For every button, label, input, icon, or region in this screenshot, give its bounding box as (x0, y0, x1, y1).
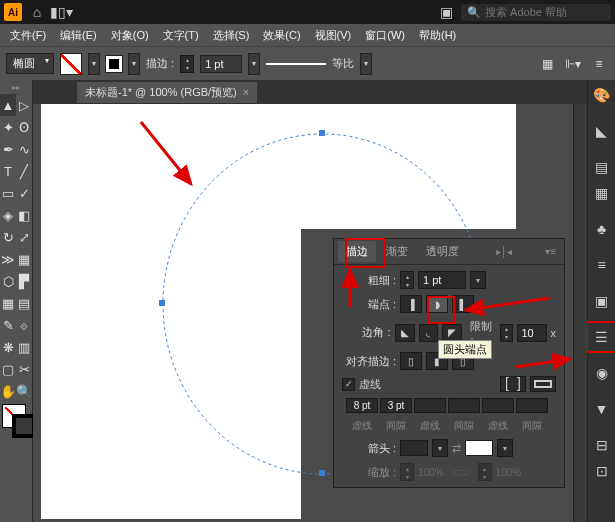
magic-wand-tool[interactable]: ✦ (0, 116, 16, 138)
mesh-tool[interactable]: ▦ (0, 292, 16, 314)
gradient-tool[interactable]: ▤ (16, 292, 32, 314)
arrow-start-swatch[interactable] (400, 440, 428, 456)
free-transform-tool[interactable]: ▦ (16, 248, 32, 270)
gap-1-input[interactable] (380, 398, 412, 413)
panel-collapse-icon[interactable]: ▸│◂ (492, 246, 516, 257)
fill-stroke-toggle[interactable] (0, 402, 32, 448)
panel-menu-icon[interactable]: ▾≡ (541, 246, 560, 257)
width-tool[interactable]: ≫ (0, 248, 16, 270)
shaper-tool[interactable]: ◈ (0, 204, 16, 226)
arrow-start-dd[interactable]: ▾ (432, 439, 448, 457)
fill-dropdown[interactable]: ▾ (88, 53, 100, 75)
stroke-weight-dd[interactable]: ▾ (248, 53, 260, 75)
menu-icon[interactable]: ≡ (589, 54, 609, 74)
shape-builder-tool[interactable]: ⬡ (0, 270, 16, 292)
cap-round-button[interactable]: ◗ (426, 295, 448, 313)
stroke-panel-icon[interactable]: ≡ (590, 253, 614, 277)
menu-edit[interactable]: 编辑(E) (54, 26, 103, 45)
tab-gradient[interactable]: 渐变 (378, 241, 416, 262)
brushes-panel-icon[interactable]: ▤ (590, 155, 614, 179)
arrow-end-swatch[interactable] (465, 440, 493, 456)
eyedropper-tool[interactable]: ✎ (0, 314, 16, 336)
arrow-end-dd[interactable]: ▾ (497, 439, 513, 457)
color-panel-icon[interactable]: 🎨 (590, 83, 614, 107)
align-options-icon[interactable]: ▦ (537, 54, 557, 74)
gap-2-input[interactable] (448, 398, 480, 413)
menu-object[interactable]: 对象(O) (105, 26, 155, 45)
dashed-checkbox[interactable]: ✓ (342, 378, 355, 391)
stroke-swatch[interactable] (106, 56, 122, 72)
corner-bevel-button[interactable]: ◤ (442, 324, 462, 342)
limit-field[interactable] (517, 324, 547, 342)
weight-stepper[interactable]: ▴▾ (180, 55, 194, 73)
club-icon[interactable]: ♣ (590, 217, 614, 241)
rectangle-tool[interactable]: ▭ (0, 182, 16, 204)
tool-collapse[interactable]: ▸▸ (0, 80, 32, 94)
tab-transparency[interactable]: 透明度 (418, 241, 467, 262)
dash-1-input[interactable] (346, 398, 378, 413)
artboard-tool[interactable]: ▢ (0, 358, 16, 380)
home-icon[interactable]: ⌂ (28, 3, 46, 21)
fill-swatch[interactable] (60, 53, 82, 75)
menu-effect[interactable]: 效果(C) (257, 26, 306, 45)
gap-3-input[interactable] (516, 398, 548, 413)
scale-tool[interactable]: ⤢ (16, 226, 32, 248)
menu-file[interactable]: 文件(F) (4, 26, 52, 45)
line-tool[interactable]: ╱ (16, 160, 32, 182)
direct-selection-tool[interactable]: ▷ (16, 94, 32, 116)
cap-butt-button[interactable]: ▐ (400, 295, 422, 313)
search-input[interactable] (485, 6, 605, 18)
corner-miter-button[interactable]: ◣ (395, 324, 415, 342)
vertical-scrollbar[interactable] (573, 104, 587, 522)
menu-window[interactable]: 窗口(W) (359, 26, 411, 45)
rotate-tool[interactable]: ↻ (0, 226, 16, 248)
stroke-weight-input[interactable] (200, 55, 242, 73)
appearance-panel-icon[interactable]: ◉ (590, 361, 614, 385)
dash-align-preserve-button[interactable] (500, 376, 526, 392)
sync-icon[interactable]: ▣ (437, 3, 455, 21)
align-panel-icon[interactable]: ⊟ (590, 433, 614, 457)
zoom-tool[interactable]: 🔍 (16, 380, 32, 402)
paintbrush-tool[interactable]: ✓ (16, 182, 32, 204)
arrange-icon[interactable]: ▮▯▾ (52, 3, 70, 21)
transform-icon[interactable]: ⊩▾ (563, 54, 583, 74)
hand-tool[interactable]: ✋ (0, 380, 16, 402)
curvature-tool[interactable]: ∿ (16, 138, 32, 160)
menu-view[interactable]: 视图(V) (309, 26, 358, 45)
weight-dropdown[interactable]: ▾ (470, 271, 486, 289)
tab-stroke[interactable]: 描边 (338, 241, 376, 262)
dash-3-input[interactable] (482, 398, 514, 413)
pen-tool[interactable]: ✒ (0, 138, 16, 160)
shape-selector[interactable]: 椭圆 (6, 53, 54, 74)
swap-arrows-icon[interactable]: ⇄ (452, 442, 461, 455)
help-search[interactable]: 🔍 (461, 4, 611, 21)
variable-dd[interactable]: ▾ (360, 53, 372, 75)
stroke-dropdown[interactable]: ▾ (128, 53, 140, 75)
symbol-sprayer-tool[interactable]: ❋ (0, 336, 16, 358)
type-tool[interactable]: T (0, 160, 16, 182)
weight-stepper[interactable]: ▴▾ (400, 271, 414, 289)
align-center-button[interactable]: ▯ (400, 352, 422, 370)
graphic-styles-icon[interactable]: ▼ (590, 397, 614, 421)
graph-tool[interactable]: ▥ (16, 336, 32, 358)
layers-panel-icon[interactable]: ▣ (590, 289, 614, 313)
swatches-panel-icon[interactable]: ◣ (590, 119, 614, 143)
weight-field[interactable] (418, 271, 466, 289)
dash-align-corners-button[interactable] (530, 376, 556, 392)
dash-2-input[interactable] (414, 398, 446, 413)
slice-tool[interactable]: ✂ (16, 358, 32, 380)
stroke-panel[interactable]: 描边 渐变 透明度 ▸│◂ ▾≡ 粗细 : ▴▾ ▾ 端点 : ▐ ◗ ▌ 边角… (333, 238, 565, 488)
menu-select[interactable]: 选择(S) (207, 26, 256, 45)
corner-round-button[interactable]: ◟ (419, 324, 439, 342)
perspective-tool[interactable]: ▛ (16, 270, 32, 292)
properties-panel-icon[interactable]: ☰ (590, 325, 614, 349)
menu-type[interactable]: 文字(T) (157, 26, 205, 45)
lasso-tool[interactable]: ʘ (16, 116, 32, 138)
eraser-tool[interactable]: ◧ (16, 204, 32, 226)
selection-tool[interactable]: ▲ (0, 94, 16, 116)
symbols-panel-icon[interactable]: ▦ (590, 181, 614, 205)
blend-tool[interactable]: ⟐ (16, 314, 32, 336)
transform-panel-icon[interactable]: ⊡ (590, 459, 614, 483)
cap-projecting-button[interactable]: ▌ (452, 295, 474, 313)
menu-help[interactable]: 帮助(H) (413, 26, 462, 45)
